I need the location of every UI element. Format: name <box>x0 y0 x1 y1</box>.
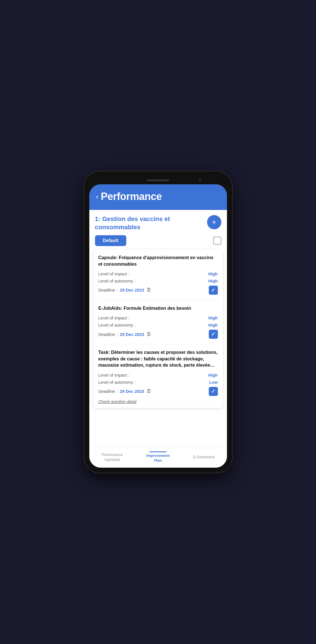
calendar-icon[interactable]: 🗓 <box>146 388 152 394</box>
notch-bar <box>89 176 227 184</box>
impact-row: Level of impact : High <box>98 271 218 276</box>
check-question-link[interactable]: Check question detail <box>98 399 218 404</box>
nav-item-e-dashboard[interactable]: E-Dashboard <box>181 451 227 463</box>
camera <box>199 179 201 182</box>
task-title: E-JobAids: Formule Estimation des besoin <box>98 305 218 311</box>
task-item: Task: Déterminer les causes et proposer … <box>98 349 218 404</box>
impact-value: High <box>208 315 218 320</box>
nav-label-improvement-plan: ImprovementPlan <box>146 453 170 463</box>
header: ‹ Performance <box>89 184 227 210</box>
task-title: Capsule: Fréquence d'approvisionnement e… <box>98 255 218 267</box>
speaker <box>147 179 170 181</box>
phone-frame: ‹ Performance 1: Gestion des vaccins et … <box>84 171 232 473</box>
tab-row: Default <box>89 235 227 249</box>
deadline-value: 29 Dec 2023 <box>120 389 144 394</box>
task-checkbox[interactable]: ✓ <box>209 330 218 339</box>
add-button[interactable]: + <box>207 215 221 229</box>
impact-value: High <box>208 271 218 276</box>
deadline-left: Deadline : 29 Dec 2023 🗓 <box>98 287 152 293</box>
impact-label: Level of impact : <box>98 271 129 276</box>
page-title: Performance <box>101 191 162 203</box>
impact-row: Level of impact : High <box>98 373 218 377</box>
deadline-left: Deadline : 29 Dec 2023 🗓 <box>98 331 152 337</box>
nav-label-e-dashboard: E-Dashboard <box>193 455 215 460</box>
checkmark-icon: ✓ <box>211 331 215 337</box>
task-checkbox[interactable]: ✓ <box>209 286 218 295</box>
autonomy-label: Level of autonomy : <box>98 278 136 283</box>
section-title: 1: Gestion des vaccins et consommables <box>95 215 207 231</box>
checkmark-icon: ✓ <box>211 287 215 293</box>
task-title: Task: Déterminer les causes et proposer … <box>98 349 218 368</box>
autonomy-label: Level of autonomy : <box>98 323 136 327</box>
autonomy-value: High <box>208 278 218 283</box>
back-arrow-icon[interactable]: ‹ <box>96 193 99 200</box>
plus-icon: + <box>212 218 216 226</box>
autonomy-value-low: Low <box>209 380 218 385</box>
checkmark-icon: ✓ <box>211 388 215 395</box>
autonomy-row: Level of autonomy : High <box>98 278 218 283</box>
section-header: 1: Gestion des vaccins et consommables + <box>89 210 227 235</box>
autonomy-value: High <box>208 323 218 327</box>
active-indicator <box>149 451 166 452</box>
task-item: Capsule: Fréquence d'approvisionnement e… <box>98 255 218 300</box>
deadline-row: Deadline : 29 Dec 2023 🗓 ✓ <box>98 330 218 339</box>
section-checkbox[interactable] <box>213 237 221 245</box>
deadline-row: Deadline : 29 Dec 2023 🗓 ✓ <box>98 387 218 396</box>
deadline-left: Deadline : 29 Dec 2023 🗓 <box>98 388 152 394</box>
default-tab[interactable]: Default <box>95 235 126 246</box>
impact-label: Level of impact : <box>98 373 129 377</box>
impact-value: High <box>208 373 218 377</box>
deadline-label: Deadline : <box>98 389 118 394</box>
impact-row: Level of impact : High <box>98 315 218 320</box>
improvement-plan-wrapper: ImprovementPlan <box>146 451 170 463</box>
impact-label: Level of impact : <box>98 315 129 320</box>
calendar-icon[interactable]: 🗓 <box>146 287 152 293</box>
nav-item-performance-appraisal[interactable]: PerformanceAppraisal <box>89 451 135 463</box>
tasks-card: Capsule: Fréquence d'approvisionnement e… <box>93 249 223 408</box>
deadline-label: Deadline : <box>98 332 118 337</box>
nav-item-improvement-plan[interactable]: ImprovementPlan <box>135 451 181 463</box>
deadline-value: 29 Dec 2023 <box>120 288 144 292</box>
deadline-label: Deadline : <box>98 288 118 292</box>
bottom-nav: PerformanceAppraisal ImprovementPlan E-D… <box>89 448 227 468</box>
autonomy-label: Level of autonomy : <box>98 380 136 385</box>
nav-label-performance-appraisal: PerformanceAppraisal <box>102 453 123 462</box>
deadline-value: 29 Dec 2023 <box>120 332 144 337</box>
deadline-row: Deadline : 29 Dec 2023 🗓 ✓ <box>98 286 218 295</box>
calendar-icon[interactable]: 🗓 <box>146 331 152 337</box>
main-content: 1: Gestion des vaccins et consommables +… <box>89 210 227 448</box>
task-item: E-JobAids: Formule Estimation des besoin… <box>98 305 218 344</box>
autonomy-row: Level of autonomy : Low <box>98 380 218 385</box>
phone-screen: ‹ Performance 1: Gestion des vaccins et … <box>89 184 227 468</box>
task-checkbox[interactable]: ✓ <box>209 387 218 396</box>
autonomy-row: Level of autonomy : High <box>98 323 218 327</box>
